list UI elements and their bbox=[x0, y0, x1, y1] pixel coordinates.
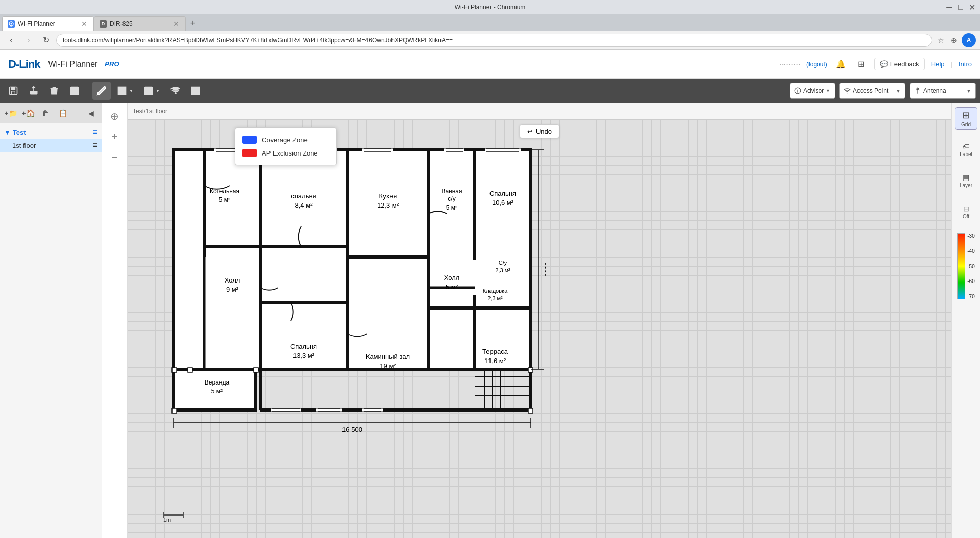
svg-text:12,3 м²: 12,3 м² bbox=[377, 201, 399, 209]
forward-button[interactable]: › bbox=[21, 33, 36, 47]
share-button[interactable] bbox=[24, 82, 43, 100]
svg-rect-20 bbox=[174, 150, 531, 369]
undo-button[interactable]: ↩ ↩ Undo Undo bbox=[520, 124, 559, 138]
coverage-zone-option[interactable]: Coverage Zone bbox=[242, 133, 329, 146]
label-view-button[interactable]: 🏷 Label bbox=[955, 138, 977, 161]
app-header: D-Link Wi-Fi Planner PRO ············ (l… bbox=[0, 50, 980, 79]
svg-rect-4 bbox=[12, 91, 15, 94]
advisor-button[interactable]: Advisor ▼ bbox=[790, 83, 835, 99]
canvas-tools-panel: ⊕ + − bbox=[102, 103, 128, 538]
floor-menu-icon[interactable]: ≡ bbox=[93, 141, 97, 150]
draw-tool-button[interactable] bbox=[92, 82, 111, 100]
profile-button[interactable]: A bbox=[962, 33, 976, 47]
svg-text:5 м²: 5 м² bbox=[211, 388, 223, 395]
delete-button[interactable] bbox=[45, 82, 63, 100]
add-floor-button[interactable]: +🏠 bbox=[20, 106, 36, 120]
exclusion-zone-option[interactable]: AP Exclusion Zone bbox=[242, 146, 329, 160]
zone-icon bbox=[143, 86, 154, 96]
svg-rect-14 bbox=[144, 87, 152, 95]
breadcrumb-floor: 1st floor bbox=[145, 108, 167, 115]
svg-text:Холл: Холл bbox=[444, 274, 460, 281]
canvas-grid[interactable]: ↩ ↩ Undo Undo bbox=[128, 119, 951, 538]
antenna-dropdown[interactable]: Antenna ▼ bbox=[910, 83, 976, 99]
pencil-icon bbox=[96, 86, 107, 96]
canvas-zoom-in-button[interactable]: + bbox=[106, 127, 124, 146]
wall-tool-button[interactable]: ▼ bbox=[113, 82, 137, 100]
tab-close-1[interactable]: ✕ bbox=[80, 20, 88, 28]
wifi-ap-button[interactable] bbox=[166, 82, 184, 100]
heat-label-3: -50 bbox=[967, 264, 974, 269]
zone-tool-button[interactable]: ▼ bbox=[139, 82, 164, 100]
advisor-label: Advisor bbox=[803, 87, 824, 94]
antenna-label: Antenna bbox=[923, 87, 946, 94]
back-button[interactable]: ‹ bbox=[4, 33, 18, 47]
right-panel-sep-2 bbox=[957, 165, 975, 165]
svg-text:11,6 м²: 11,6 м² bbox=[484, 357, 506, 365]
notification-icon[interactable]: 🔔 bbox=[834, 57, 848, 71]
material-icon bbox=[190, 86, 201, 96]
svg-rect-13 bbox=[122, 91, 126, 95]
add-project-button[interactable]: +📁 bbox=[3, 106, 18, 120]
grid-view-button[interactable]: ⊞ Grid bbox=[955, 107, 977, 130]
bookmark-icon[interactable]: ☆ bbox=[935, 35, 946, 46]
minimize-button[interactable]: ─ bbox=[945, 3, 953, 11]
svg-text:Каминный зал: Каминный зал bbox=[366, 353, 410, 361]
svg-text:Спальня: Спальня bbox=[489, 190, 516, 197]
svg-text:Ванная: Ванная bbox=[441, 188, 462, 195]
project-menu-icon[interactable]: ≡ bbox=[93, 127, 97, 137]
feedback-button[interactable]: 💬 Feedback bbox=[874, 58, 925, 70]
material-button[interactable] bbox=[186, 82, 205, 100]
close-button[interactable]: ✕ bbox=[968, 3, 976, 11]
right-panel-sep-3 bbox=[957, 196, 975, 196]
extensions-icon[interactable]: ⊕ bbox=[948, 35, 960, 46]
tab-close-2[interactable]: ✕ bbox=[172, 20, 180, 28]
label-view-label: Label bbox=[960, 151, 972, 157]
grid-tool-icon bbox=[117, 86, 127, 96]
canvas-zoom-out-button[interactable]: − bbox=[106, 148, 124, 166]
access-point-dropdown[interactable]: Access Point ▼ bbox=[839, 83, 905, 99]
history-button[interactable] bbox=[65, 82, 84, 100]
intro-button[interactable]: Intro bbox=[959, 60, 972, 68]
floor-item-1[interactable]: 1st floor ≡ bbox=[0, 139, 102, 152]
delete-project-button[interactable]: 🗑 bbox=[38, 106, 53, 120]
save-icon bbox=[8, 86, 18, 96]
breadcrumb-text: Test bbox=[133, 108, 144, 115]
trash-icon bbox=[49, 86, 59, 96]
layer-view-button[interactable]: ▤ Layer bbox=[955, 169, 977, 192]
svg-text:Котельная: Котельная bbox=[210, 188, 239, 195]
new-tab-button[interactable]: + bbox=[186, 16, 200, 31]
grid-view-icon: ⊞ bbox=[962, 110, 970, 121]
reload-button[interactable]: ↻ bbox=[39, 33, 53, 47]
svg-text:С/у: С/у bbox=[499, 260, 507, 266]
toolbar-right-section: Advisor ▼ Access Point ▼ Antenna ▼ bbox=[790, 83, 976, 99]
canvas-add-button[interactable]: ⊕ bbox=[106, 107, 124, 125]
dlink-logo: D-Link bbox=[8, 58, 40, 71]
advisor-caret: ▼ bbox=[826, 88, 830, 93]
collapse-sidebar-button[interactable]: ◀ bbox=[83, 106, 99, 120]
svg-text:с/у: с/у bbox=[448, 195, 455, 202]
svg-text:Холл: Холл bbox=[225, 276, 240, 284]
tab-favicon-1 bbox=[8, 20, 15, 28]
app-name: Wi-Fi Planner bbox=[48, 60, 97, 69]
toolbar-separator-1 bbox=[88, 84, 88, 98]
heatmap-legend: -30 -40 -50 -60 -70 bbox=[957, 233, 974, 299]
project-item[interactable]: ▼ Test ≡ bbox=[0, 125, 102, 139]
url-input[interactable] bbox=[56, 34, 932, 47]
help-button[interactable]: Help bbox=[931, 60, 945, 68]
svg-text:10,6 м²: 10,6 м² bbox=[492, 199, 514, 207]
maximize-button[interactable]: □ bbox=[957, 3, 965, 11]
svg-rect-72 bbox=[254, 368, 258, 372]
import-button[interactable]: 📋 bbox=[55, 106, 70, 120]
svg-rect-70 bbox=[172, 368, 177, 372]
tab-dir825[interactable]: D DIR-825 ✕ bbox=[94, 16, 186, 31]
off-view-button[interactable]: ⊟ Off bbox=[955, 200, 977, 223]
save-button[interactable] bbox=[4, 82, 22, 100]
svg-text:19 м²: 19 м² bbox=[380, 362, 396, 370]
tab-favicon-2: D bbox=[100, 20, 107, 28]
logout-label[interactable]: (logout) bbox=[806, 61, 827, 68]
ap-icon bbox=[844, 87, 851, 94]
tab-wifi-planner[interactable]: Wi-Fi Planner ✕ bbox=[2, 16, 94, 31]
floor-label-1: 1st floor bbox=[12, 142, 36, 149]
address-bar: ‹ › ↻ ☆ ⊕ A bbox=[0, 31, 980, 50]
grid-icon[interactable]: ⊞ bbox=[854, 57, 868, 71]
